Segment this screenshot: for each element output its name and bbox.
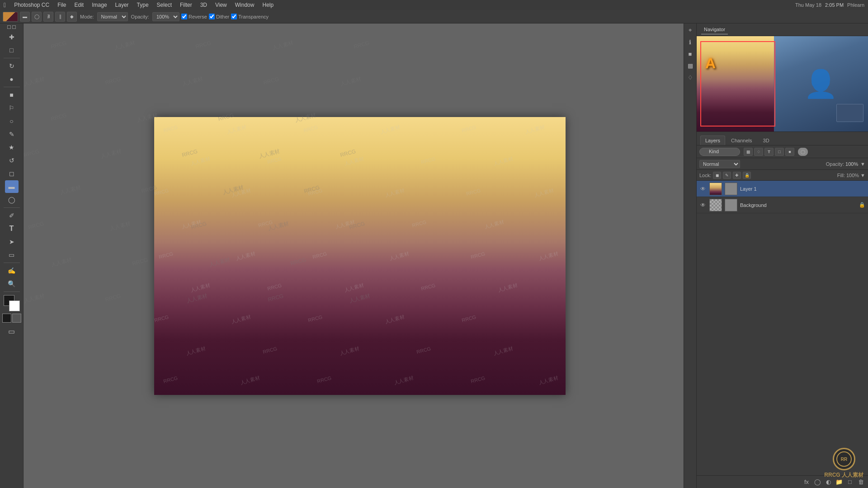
menu-image[interactable]: Image [88, 1, 110, 9]
quick-select-tool[interactable]: ● [5, 73, 19, 85]
navigator-icon[interactable]: ⌖ [685, 25, 695, 35]
history-tool[interactable]: ↺ [5, 154, 19, 167]
healing-tool[interactable]: ○ [5, 115, 19, 127]
screen-mode-btn[interactable]: ▭ [5, 325, 19, 338]
type-tool[interactable]: T [5, 222, 19, 235]
color-icon[interactable]: ■ [685, 49, 695, 59]
gradient-tool[interactable]: ▬ [5, 180, 19, 193]
canvas-area[interactable]: RRCG 人人素材 RRCG 人人素材 RRCG 人人素材 人人素材 RRCG … [24, 23, 696, 488]
radial-gradient-btn[interactable]: ◯ [32, 12, 42, 22]
quick-mask-btn[interactable] [12, 314, 21, 323]
navigator-tab[interactable]: Navigator [701, 25, 728, 34]
add-mask-button[interactable]: ◯ [813, 478, 822, 487]
fill-value[interactable]: 100% [846, 173, 859, 178]
dither-group: Dither [209, 14, 229, 19]
lock-position-btn[interactable]: ✚ [733, 172, 741, 179]
swatches-icon[interactable]: ▩ [685, 61, 695, 70]
layer-1-thumb-preview [710, 183, 722, 195]
filter-toggle-btn[interactable]: ◯ [798, 148, 808, 156]
photoshop-canvas[interactable] [154, 117, 566, 395]
menu-help[interactable]: Help [259, 1, 277, 9]
eraser-tool[interactable]: ◻ [5, 167, 19, 180]
expand-btn[interactable] [12, 25, 16, 29]
layer-row-1[interactable]: 👁 Layer 1 [697, 181, 868, 197]
blend-mode-select[interactable]: Normal Multiply Screen Overlay [97, 12, 128, 21]
background-color[interactable] [9, 300, 20, 311]
dodge-tool[interactable]: ◯ [5, 193, 19, 206]
right-icon-strip: ⌖ ℹ ■ ▩ ♢ [684, 23, 696, 488]
standard-mode-btn[interactable] [2, 314, 11, 323]
layer-1-mask-thumb [725, 183, 737, 195]
layer-search[interactable]: Kind [699, 148, 740, 156]
transparency-checkbox[interactable] [231, 14, 237, 19]
layer-bg-visibility[interactable]: 👁 [699, 202, 707, 209]
lock-label: Lock: [699, 173, 711, 178]
filter-smart-btn[interactable]: ■ [785, 148, 794, 156]
clone-tool[interactable]: ★ [5, 141, 19, 154]
right-panel: Navigator 👤 A Layers Channels 3D [696, 23, 868, 488]
filter-shape-btn[interactable]: □ [775, 148, 784, 156]
rrcg-text: RRCG 人人素材 [824, 471, 863, 479]
brush-tool[interactable]: ✎ [5, 128, 19, 141]
linear-gradient-btn[interactable]: ▬ [20, 12, 30, 22]
layer-1-mask-preview [725, 183, 737, 195]
menu-filter[interactable]: Filter [176, 1, 196, 9]
color-picker-area[interactable] [4, 295, 20, 311]
menu-view[interactable]: View [212, 1, 231, 9]
menu-3d[interactable]: 3D [197, 1, 211, 9]
info-icon[interactable]: ℹ [685, 37, 695, 47]
crop-tool[interactable]: ■ [5, 89, 19, 101]
pen-tool[interactable]: ✐ [5, 209, 19, 222]
dither-checkbox[interactable] [209, 14, 215, 19]
layer-row-bg[interactable]: 👁 Background 🔒 [697, 197, 868, 213]
nav-instructor-area: 👤 [774, 36, 868, 131]
app-name-menu[interactable]: Photoshop CC [10, 1, 53, 9]
hand-tool[interactable]: ✍ [5, 264, 19, 277]
menu-layer[interactable]: Layer [112, 1, 132, 9]
menu-select[interactable]: Select [153, 1, 175, 9]
menu-window[interactable]: Window [231, 1, 258, 9]
adjustments-icon[interactable]: ♢ [685, 72, 695, 82]
tool-separator-3 [4, 207, 20, 208]
shape-tool[interactable]: ▭ [5, 249, 19, 261]
tab-channels[interactable]: Channels [726, 136, 757, 145]
filter-adjust-btn[interactable]: ♢ [754, 148, 763, 156]
opacity-value[interactable]: 100% [845, 161, 859, 167]
diamond-gradient-btn[interactable]: ◆ [67, 12, 77, 22]
opacity-arrow[interactable]: ▼ [860, 161, 865, 167]
layers-filter-bar: 🔍 Kind ▩ ♢ T □ ■ ◯ [697, 145, 868, 158]
fg-bg-colors[interactable] [4, 295, 20, 311]
tab-layers[interactable]: Layers [700, 136, 725, 145]
marquee-tool[interactable]: □ [5, 44, 19, 56]
lasso-tool[interactable]: ↻ [5, 60, 19, 72]
nav-viewport-box [700, 41, 776, 127]
opacity-select[interactable]: 100% 75% 50% [152, 12, 179, 21]
collapse-btn[interactable] [7, 25, 11, 29]
layer-blend-select[interactable]: Normal Multiply Screen Overlay [699, 160, 740, 168]
move-tool[interactable]: ✚ [5, 31, 19, 43]
reverse-group: Reverse [181, 14, 207, 19]
path-select-tool[interactable]: ➤ [5, 235, 19, 248]
tab-3d[interactable]: 3D [758, 136, 774, 145]
layers-tabs: Layers Channels 3D [697, 132, 868, 145]
menu-type[interactable]: Type [133, 1, 152, 9]
menu-bar:  Photoshop CC File Edit Image Layer Typ… [0, 0, 868, 10]
angle-gradient-btn[interactable]: ∄ [43, 12, 53, 22]
eyedropper-tool[interactable]: ⚐ [5, 102, 19, 114]
lock-image-btn[interactable]: ✎ [723, 172, 731, 179]
lock-all-btn[interactable]: 🔒 [743, 172, 751, 179]
fx-button[interactable]: fx [802, 478, 811, 487]
filter-pixel-btn[interactable]: ▩ [744, 148, 753, 156]
gradient-preview[interactable] [3, 12, 18, 22]
menu-file[interactable]: File [54, 1, 70, 9]
lock-transparency-btn[interactable]: ◼ [713, 172, 721, 179]
layer-1-visibility[interactable]: 👁 [699, 185, 707, 192]
filter-type-btn[interactable]: T [764, 148, 774, 156]
fill-label: Fill: [837, 173, 845, 178]
reflected-gradient-btn[interactable]: ∥ [55, 12, 65, 22]
fill-arrow[interactable]: ▼ [860, 173, 865, 178]
reverse-checkbox[interactable] [181, 14, 187, 19]
menu-edit[interactable]: Edit [71, 1, 88, 9]
layers-lock-bar: Lock: ◼ ✎ ✚ 🔒 Fill: 100% ▼ [697, 170, 868, 181]
zoom-tool[interactable]: 🔍 [5, 277, 19, 290]
